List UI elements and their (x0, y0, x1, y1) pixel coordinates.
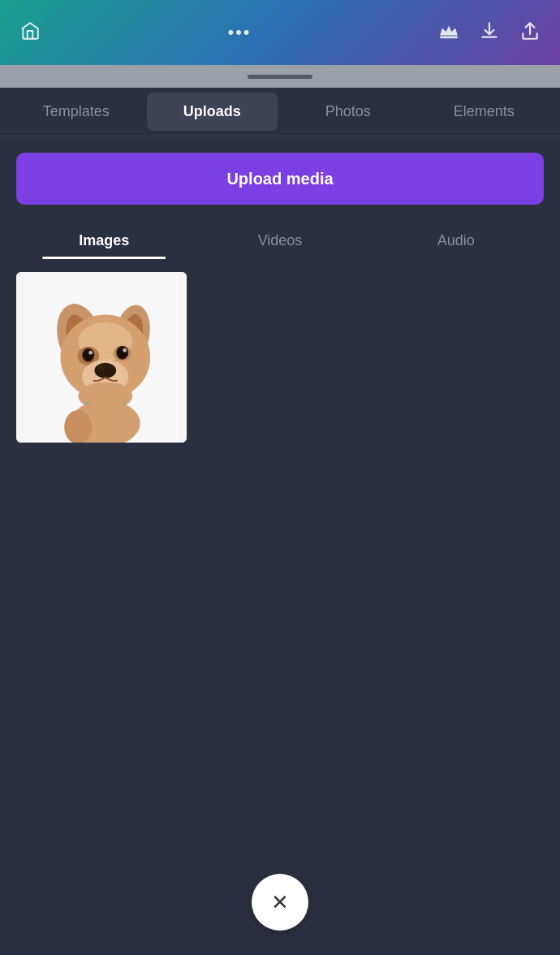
media-type-tabs: Images Videos Audio (0, 221, 560, 259)
svg-point-17 (94, 363, 116, 378)
svg-point-15 (123, 348, 127, 352)
upload-section: Upload media (0, 136, 560, 213)
top-header: ••• (0, 0, 560, 65)
upload-media-button[interactable]: Upload media (16, 153, 544, 205)
tab-navigation: Templates Uploads Photos Elements (0, 88, 560, 136)
media-tab-audio[interactable]: Audio (368, 221, 544, 259)
share-icon[interactable] (519, 20, 541, 45)
header-left (19, 20, 41, 45)
dog-thumbnail (16, 272, 187, 443)
close-button[interactable]: ✕ (252, 874, 308, 931)
media-tab-videos[interactable]: Videos (192, 221, 368, 259)
pull-handle-container (0, 65, 560, 88)
home-icon[interactable] (19, 20, 41, 45)
tab-elements[interactable]: Elements (419, 93, 550, 131)
svg-point-22 (64, 410, 92, 443)
tab-uploads[interactable]: Uploads (147, 93, 278, 131)
svg-point-18 (97, 365, 106, 371)
close-icon: ✕ (271, 892, 289, 913)
pull-handle (248, 75, 312, 79)
close-button-container: ✕ (0, 858, 560, 955)
header-right (438, 20, 541, 45)
images-grid (0, 259, 560, 858)
image-item-dog[interactable] (16, 272, 187, 443)
crown-icon[interactable] (438, 20, 459, 45)
tab-photos[interactable]: Photos (282, 93, 414, 131)
media-tab-images[interactable]: Images (16, 221, 192, 259)
svg-rect-0 (440, 37, 458, 39)
more-options-icon[interactable]: ••• (227, 22, 251, 43)
download-icon[interactable] (479, 20, 500, 45)
header-center: ••• (227, 22, 251, 43)
tab-templates[interactable]: Templates (11, 93, 142, 131)
svg-point-12 (88, 351, 93, 355)
